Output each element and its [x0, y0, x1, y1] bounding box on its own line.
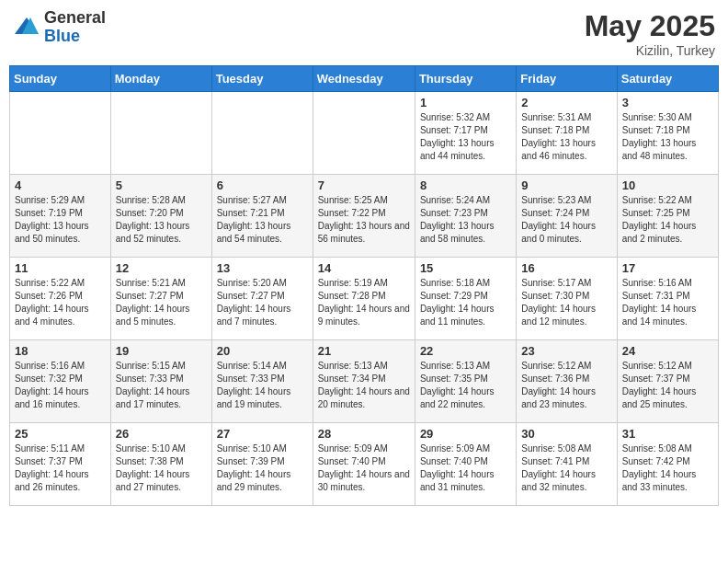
calendar-cell: 10 Sunrise: 5:22 AM Sunset: 7:25 PM Dayl… — [617, 175, 718, 258]
day-info: Sunrise: 5:11 AM Sunset: 7:37 PM Dayligh… — [15, 442, 106, 494]
daylight-text: Daylight: 13 hours and 50 minutes. — [15, 221, 89, 244]
calendar-cell: 13 Sunrise: 5:20 AM Sunset: 7:27 PM Dayl… — [211, 258, 313, 340]
calendar-cell: 8 Sunrise: 5:24 AM Sunset: 7:23 PM Dayli… — [415, 175, 516, 258]
sunset-text: Sunset: 7:32 PM — [15, 373, 83, 384]
sunset-text: Sunset: 7:29 PM — [420, 291, 488, 301]
calendar-cell: 22 Sunrise: 5:13 AM Sunset: 7:35 PM Dayl… — [415, 340, 516, 423]
daylight-text: Daylight: 14 hours and 5 minutes. — [116, 304, 190, 327]
title-block: May 2025 Kizilin, Turkey — [585, 9, 715, 58]
day-number: 24 — [622, 344, 713, 358]
calendar-cell — [313, 92, 415, 175]
sunset-text: Sunset: 7:28 PM — [318, 291, 386, 301]
daylight-text: Daylight: 14 hours and 23 minutes. — [521, 386, 596, 409]
sunrise-text: Sunrise: 5:09 AM — [318, 443, 388, 454]
calendar-cell: 11 Sunrise: 5:22 AM Sunset: 7:26 PM Dayl… — [10, 258, 111, 340]
daylight-text: Daylight: 14 hours and 12 minutes. — [521, 304, 596, 327]
calendar-cell: 21 Sunrise: 5:13 AM Sunset: 7:34 PM Dayl… — [313, 340, 415, 423]
sunrise-text: Sunrise: 5:31 AM — [521, 112, 591, 122]
calendar-cell: 14 Sunrise: 5:19 AM Sunset: 7:28 PM Dayl… — [313, 258, 415, 340]
day-info: Sunrise: 5:28 AM Sunset: 7:20 PM Dayligh… — [116, 194, 207, 246]
day-number: 3 — [622, 96, 713, 109]
sunset-text: Sunset: 7:42 PM — [622, 456, 690, 466]
day-info: Sunrise: 5:21 AM Sunset: 7:27 PM Dayligh… — [116, 277, 207, 328]
daylight-text: Daylight: 13 hours and 54 minutes. — [217, 221, 291, 244]
daylight-text: Daylight: 14 hours and 30 minutes. — [318, 469, 410, 492]
day-number: 18 — [15, 344, 106, 358]
sunset-text: Sunset: 7:18 PM — [521, 125, 589, 135]
calendar-cell: 2 Sunrise: 5:31 AM Sunset: 7:18 PM Dayli… — [517, 92, 617, 175]
daylight-text: Daylight: 13 hours and 46 minutes. — [521, 138, 596, 161]
sunrise-text: Sunrise: 5:10 AM — [217, 443, 287, 454]
day-number: 6 — [217, 178, 308, 192]
day-info: Sunrise: 5:08 AM Sunset: 7:42 PM Dayligh… — [622, 442, 713, 494]
sunrise-text: Sunrise: 5:08 AM — [521, 443, 591, 454]
sunrise-text: Sunrise: 5:25 AM — [318, 195, 388, 205]
day-of-week-monday: Monday — [110, 66, 211, 92]
calendar-cell — [10, 92, 111, 175]
day-number: 23 — [521, 344, 611, 358]
sunrise-text: Sunrise: 5:14 AM — [217, 361, 287, 371]
day-number: 14 — [318, 261, 410, 275]
day-number: 13 — [217, 261, 308, 275]
daylight-text: Daylight: 14 hours and 19 minutes. — [217, 386, 291, 409]
sunset-text: Sunset: 7:33 PM — [217, 373, 285, 384]
calendar-cell: 3 Sunrise: 5:30 AM Sunset: 7:18 PM Dayli… — [617, 92, 718, 175]
day-number: 26 — [116, 427, 207, 441]
day-info: Sunrise: 5:18 AM Sunset: 7:29 PM Dayligh… — [420, 277, 511, 328]
day-number: 21 — [318, 344, 410, 358]
calendar-cell: 15 Sunrise: 5:18 AM Sunset: 7:29 PM Dayl… — [415, 258, 516, 340]
day-number: 10 — [622, 178, 713, 192]
day-info: Sunrise: 5:16 AM Sunset: 7:32 PM Dayligh… — [15, 360, 106, 411]
daylight-text: Daylight: 14 hours and 25 minutes. — [622, 386, 697, 409]
daylight-text: Daylight: 14 hours and 33 minutes. — [622, 469, 697, 492]
daylight-text: Daylight: 13 hours and 56 minutes. — [318, 221, 410, 244]
logo-icon — [13, 14, 40, 41]
sunset-text: Sunset: 7:40 PM — [420, 456, 488, 466]
day-info: Sunrise: 5:10 AM Sunset: 7:38 PM Dayligh… — [116, 442, 207, 494]
sunset-text: Sunset: 7:41 PM — [521, 456, 589, 466]
day-info: Sunrise: 5:24 AM Sunset: 7:23 PM Dayligh… — [420, 194, 511, 246]
day-info: Sunrise: 5:17 AM Sunset: 7:30 PM Dayligh… — [521, 277, 611, 328]
daylight-text: Daylight: 14 hours and 22 minutes. — [420, 386, 495, 409]
day-number: 5 — [116, 178, 207, 192]
day-info: Sunrise: 5:10 AM Sunset: 7:39 PM Dayligh… — [217, 442, 308, 494]
day-number: 19 — [116, 344, 207, 358]
sunrise-text: Sunrise: 5:21 AM — [116, 278, 186, 288]
sunset-text: Sunset: 7:36 PM — [521, 373, 589, 384]
day-of-week-friday: Friday — [517, 66, 617, 92]
daylight-text: Daylight: 13 hours and 44 minutes. — [420, 138, 495, 161]
day-info: Sunrise: 5:09 AM Sunset: 7:40 PM Dayligh… — [318, 442, 410, 494]
day-number: 20 — [217, 344, 308, 358]
daylight-text: Daylight: 14 hours and 17 minutes. — [116, 386, 190, 409]
day-info: Sunrise: 5:15 AM Sunset: 7:33 PM Dayligh… — [116, 360, 207, 411]
day-number: 22 — [420, 344, 511, 358]
day-info: Sunrise: 5:12 AM Sunset: 7:36 PM Dayligh… — [521, 360, 611, 411]
calendar-week-row: 18 Sunrise: 5:16 AM Sunset: 7:32 PM Dayl… — [10, 340, 719, 423]
day-info: Sunrise: 5:23 AM Sunset: 7:24 PM Dayligh… — [521, 194, 611, 246]
sunset-text: Sunset: 7:21 PM — [217, 208, 285, 218]
daylight-text: Daylight: 14 hours and 16 minutes. — [15, 386, 89, 409]
day-info: Sunrise: 5:29 AM Sunset: 7:19 PM Dayligh… — [15, 194, 106, 246]
daylight-text: Daylight: 14 hours and 14 minutes. — [622, 304, 697, 327]
daylight-text: Daylight: 13 hours and 48 minutes. — [622, 138, 697, 161]
sunset-text: Sunset: 7:33 PM — [116, 373, 184, 384]
sunrise-text: Sunrise: 5:13 AM — [420, 361, 490, 371]
sunrise-text: Sunrise: 5:24 AM — [420, 195, 490, 205]
calendar-cell: 24 Sunrise: 5:12 AM Sunset: 7:37 PM Dayl… — [617, 340, 718, 423]
day-info: Sunrise: 5:16 AM Sunset: 7:31 PM Dayligh… — [622, 277, 713, 328]
daylight-text: Daylight: 14 hours and 11 minutes. — [420, 304, 495, 327]
logo-text: General Blue — [44, 9, 106, 46]
sunset-text: Sunset: 7:22 PM — [318, 208, 386, 218]
sunset-text: Sunset: 7:34 PM — [318, 373, 386, 384]
daylight-text: Daylight: 13 hours and 58 minutes. — [420, 221, 495, 244]
sunset-text: Sunset: 7:24 PM — [521, 208, 589, 218]
day-info: Sunrise: 5:19 AM Sunset: 7:28 PM Dayligh… — [318, 277, 410, 328]
sunrise-text: Sunrise: 5:28 AM — [116, 195, 186, 205]
day-info: Sunrise: 5:30 AM Sunset: 7:18 PM Dayligh… — [622, 111, 713, 163]
day-number: 27 — [217, 427, 308, 441]
calendar-cell: 25 Sunrise: 5:11 AM Sunset: 7:37 PM Dayl… — [10, 423, 111, 506]
calendar-cell: 9 Sunrise: 5:23 AM Sunset: 7:24 PM Dayli… — [517, 175, 617, 258]
calendar-cell: 31 Sunrise: 5:08 AM Sunset: 7:42 PM Dayl… — [617, 423, 718, 506]
sunset-text: Sunset: 7:18 PM — [622, 125, 690, 135]
day-of-week-wednesday: Wednesday — [313, 66, 415, 92]
